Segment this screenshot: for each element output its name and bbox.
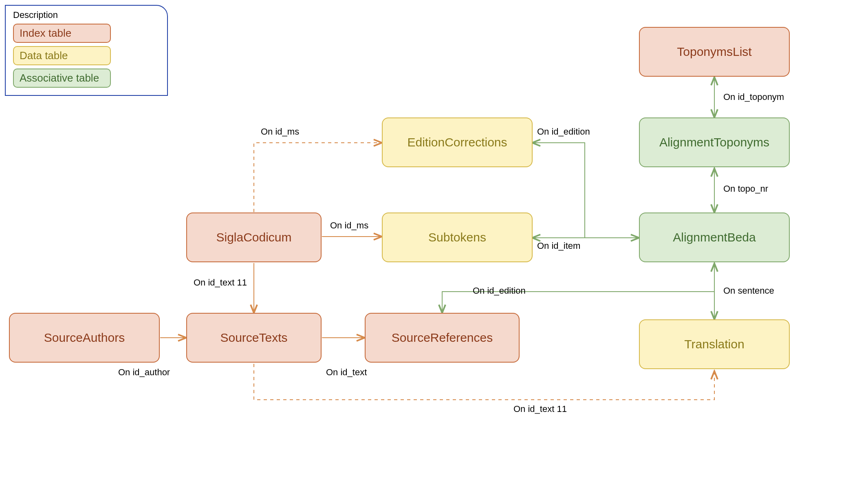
label-sentence: On sentence (723, 286, 774, 296)
node-alignment-toponyms: AlignmentToponyms (639, 117, 790, 167)
node-alignment-beda: AlignmentBeda (639, 213, 790, 262)
legend-title: Description (13, 10, 160, 20)
label-id-text: On id_text (326, 367, 367, 378)
label-id-edition-top: On id_edition (537, 126, 590, 137)
node-source-authors: SourceAuthors (9, 313, 160, 363)
node-subtokens: Subtokens (382, 213, 533, 262)
label-id-author: On id_author (118, 367, 170, 378)
node-edition-corrections: EditionCorrections (382, 117, 533, 167)
label-id-ms-solid: On id_ms (330, 220, 368, 231)
node-translation: Translation (639, 319, 790, 369)
legend-data: Data table (13, 46, 111, 65)
label-id-item: On id_item (537, 241, 580, 251)
label-id-toponym: On id_toponym (723, 92, 784, 102)
node-source-texts: SourceTexts (186, 313, 322, 363)
label-id-text-11-bottom: On id_text 11 (513, 404, 567, 414)
label-topo-nr: On topo_nr (723, 184, 768, 194)
node-toponyms-list: ToponymsList (639, 27, 790, 77)
legend-index: Index table (13, 24, 111, 43)
node-source-references: SourceReferences (365, 313, 520, 363)
label-id-ms-dashed: On id_ms (261, 126, 299, 137)
label-id-edition-mid: On id_edition (473, 286, 526, 296)
label-id-text-11-top: On id_text 11 (194, 277, 247, 288)
legend-box: Description Index table Data table Assoc… (5, 5, 168, 96)
legend-assoc: Associative table (13, 69, 111, 88)
node-sigla-codicum: SiglaCodicum (186, 213, 322, 262)
